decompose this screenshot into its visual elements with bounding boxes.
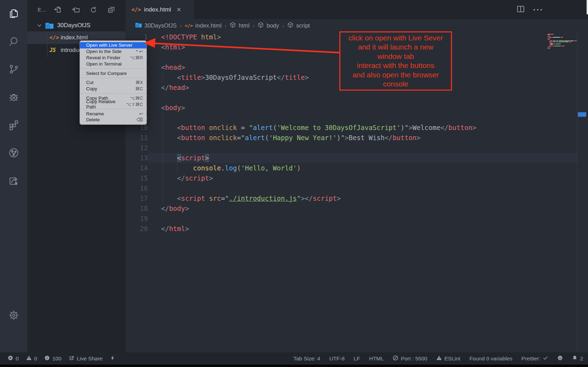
activity-extensions-icon[interactable] [0,112,27,139]
activity-source-control-icon[interactable] [0,56,27,84]
status-item-live-share[interactable]: Live Share [69,355,103,362]
menu-item-open-to-the-side[interactable]: Open to the Side^ ↩ [80,48,146,55]
menu-item-label: Copy Relative Path [86,99,126,109]
status-item-prettier-[interactable]: Prettier: [521,355,548,362]
breadcrumb-label: html [239,22,249,29]
settings-gear-icon [8,309,20,322]
warning-icon [436,355,442,362]
breadcrumb-label: 30DaysOfJS [144,22,177,29]
menu-item-rename[interactable]: Rename↩ [80,110,146,117]
search-icon [8,36,20,48]
code-token: console [193,164,221,172]
code-token [161,74,177,81]
status-item-tab-size-4[interactable]: Tab Size: 4 [293,355,320,362]
code-token: button [181,124,205,131]
breadcrumb-label: script [296,22,310,29]
close-icon[interactable]: × [177,6,181,14]
chevron-down-icon [36,22,43,29]
code-token: onclick [209,134,237,142]
menu-item-label: Select for Compare [86,71,127,76]
folder-row-30daysofjs[interactable]: 30DaysOfJS [27,19,126,31]
menu-item-reveal-in-finder[interactable]: Reveal in Finder⌥⌘R [80,55,146,61]
breadcrumb-item-html[interactable]: html [229,22,249,30]
new-folder-button[interactable] [72,6,80,14]
breadcrumb-item-script[interactable]: script [287,22,310,30]
status-item-0[interactable]: 0 [8,355,19,362]
menu-item-select-for-compare[interactable]: Select for Compare [80,70,146,76]
status-item-label: Found 0 variables [469,355,512,362]
more-actions-icon[interactable] [534,9,542,10]
activity-debug-icon[interactable] [0,84,27,112]
menu-item-open-with-live-server[interactable]: Open with Live Server [80,42,146,48]
code-token: </ [161,84,169,91]
menu-item-open-in-terminal[interactable]: Open in Terminal [80,61,146,67]
minimap[interactable] [548,34,579,53]
code-token: button [393,134,417,142]
file-label: index.html [61,34,88,41]
menu-item-copy-relative-path[interactable]: Copy Relative Path⌥⇧⌘C [80,101,146,107]
bell-icon [572,355,578,362]
minimap-line [560,37,563,38]
activity-files-icon[interactable] [0,0,27,28]
breadcrumb-item-body[interactable]: body [257,22,279,30]
minimap-line [558,41,565,42]
menu-item-label: Copy [86,86,97,91]
split-editor-icon[interactable] [516,5,525,15]
breadcrumb-item-30DaysOfJS[interactable]: 30DaysOfJS [135,22,177,30]
folder-icon [45,22,54,29]
status-item-lf[interactable]: LF [354,355,360,362]
annotation-text: interact with the buttons [340,61,451,70]
code-token [161,164,193,172]
menu-item-copy[interactable]: Copy⌘C [80,86,146,92]
status-item-html[interactable]: HTML [369,355,384,362]
code-token: Best Wish [349,134,385,142]
activity-settings-gear-icon[interactable] [0,302,27,330]
status-item-0[interactable]: 0 [26,355,37,362]
collapse-folders-button[interactable] [107,6,115,14]
breadcrumb-item-index.html[interactable]: </>index.html [185,22,222,29]
tab-index-html[interactable]: </> index.html × [126,0,194,19]
indent-guide [178,163,178,173]
activity-live-share-icon[interactable] [0,167,27,195]
code-token: alert [245,134,265,142]
code-token: button [448,124,473,131]
status-item-label: 0 [34,355,37,362]
code-token: < [177,154,181,162]
code-token: > [181,104,185,112]
status-item-eslint[interactable]: ESLint [436,355,460,362]
status-item-label: LF [354,355,360,362]
menu-shortcut: ⌥⇧⌘C [126,102,143,107]
line-number: 14 [126,163,148,173]
minimap-line [554,46,561,46]
status-item-port-5500[interactable]: Port : 5500 [393,355,427,362]
status-item-smiley-icon[interactable] [557,355,563,362]
activity-circle-branch-icon[interactable] [0,139,27,167]
breadcrumb-label: index.html [195,22,221,29]
code-line-13: <script> [161,153,476,163]
activity-search-icon[interactable] [0,28,27,56]
minimap-line [568,41,572,42]
status-item-bolt-icon[interactable] [110,355,115,362]
status-item-2[interactable]: 2 [572,355,583,362]
new-file-icon [54,9,62,15]
status-item-utf-8[interactable]: UTF-8 [329,355,345,362]
menu-item-cut[interactable]: Cut⌘X [80,79,146,86]
code-token: button [181,134,205,142]
refresh-button[interactable] [90,6,97,14]
code-token: > [416,134,420,142]
new-file-button[interactable] [54,6,62,14]
error-icon [8,355,13,362]
annotation-text: window tab [340,52,451,61]
status-item-found-0-variables[interactable]: Found 0 variables [469,355,512,362]
minimap-line [552,46,554,46]
overview-ruler-border [577,32,578,352]
code-token: title [285,74,305,81]
line-number: 11 [126,133,148,143]
menu-separator [80,68,146,69]
code-line-8: <body> [161,103,476,113]
status-item-100[interactable]: 100 [44,355,61,362]
code-token: = [237,134,241,142]
code-token: 'Happy New Year!' [269,134,337,142]
minimap-line [548,48,550,49]
menu-item-delete[interactable]: Delete⌫ [80,117,146,123]
